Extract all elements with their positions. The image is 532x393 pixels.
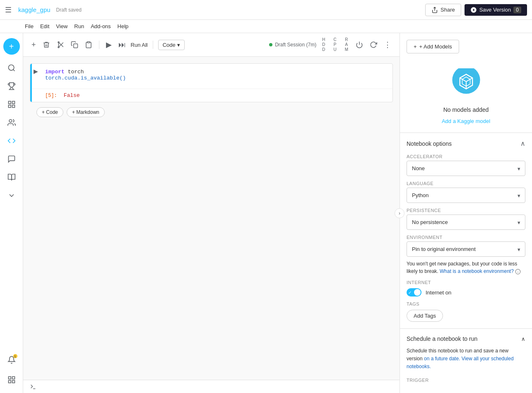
hdd-resource[interactable]: HDD	[320, 36, 327, 53]
sidebar-icon-grid[interactable]	[3, 96, 20, 113]
run-button[interactable]: ▶	[104, 39, 113, 51]
cell-code[interactable]: import torch torch.cuda.is_available()	[30, 64, 392, 89]
share-button[interactable]: Share	[425, 4, 461, 16]
add-models-button[interactable]: + + Add Models	[407, 40, 459, 53]
cpu-resource[interactable]: CPU	[331, 36, 339, 53]
power-button[interactable]	[354, 39, 365, 50]
run-all-button[interactable]: Run All	[131, 42, 148, 48]
sidebar-icon-chevron-down[interactable]	[3, 187, 20, 204]
menu-run[interactable]: Run	[74, 22, 84, 31]
main-layout: + 1	[0, 33, 532, 393]
notebook-options-header[interactable]: Notebook options ∧	[407, 140, 525, 147]
sidebar-icon-code[interactable]	[3, 133, 20, 149]
menu-view[interactable]: View	[56, 22, 67, 31]
menu-edit[interactable]: Edit	[40, 22, 49, 31]
language-select[interactable]: Python	[407, 188, 525, 203]
models-empty-icon	[450, 68, 483, 101]
save-icon	[470, 7, 477, 13]
trigger-label: TRIGGER	[407, 378, 525, 383]
run-next-button[interactable]: ⏭	[117, 39, 128, 51]
toggle-checkmark: ✓	[408, 290, 412, 295]
schedule-title: Schedule a notebook to run	[407, 335, 477, 342]
draft-status: Draft saved	[56, 7, 82, 13]
code-cell[interactable]: ▶ import torch torch.cuda.is_available()…	[30, 63, 393, 102]
sidebar-icon-search[interactable]	[3, 60, 20, 76]
notebook-options-chevron-icon[interactable]: ∧	[520, 140, 525, 147]
menu-help[interactable]: Help	[118, 22, 129, 31]
more-options-button[interactable]: ⋮	[382, 39, 393, 51]
dropdown-chevron-icon: ▾	[177, 42, 180, 48]
right-panel: + + Add Models	[400, 33, 532, 393]
refresh-button[interactable]	[368, 39, 379, 50]
share-label: Share	[441, 7, 455, 13]
environment-field: ENVIRONMENT Pin to original environment …	[407, 235, 525, 275]
language-label: LANGUAGE	[407, 181, 525, 186]
svg-point-0	[8, 65, 14, 70]
add-cell-button[interactable]: +	[30, 39, 38, 51]
svg-rect-2	[8, 101, 11, 104]
models-empty-state: No models added Add a Kaggle model	[400, 60, 532, 133]
svg-point-19	[452, 68, 480, 94]
internet-toggle-row: ✓ Internet on	[407, 288, 525, 297]
svg-rect-5	[12, 105, 14, 108]
internet-label: INTERNET	[407, 280, 525, 285]
terminal-icon	[30, 383, 36, 390]
add-tags-button[interactable]: Add Tags	[407, 310, 443, 322]
left-sidebar: + 1	[0, 33, 23, 393]
hamburger-icon[interactable]: ☰	[5, 5, 12, 14]
environment-select[interactable]: Pin to original environment	[407, 241, 525, 257]
schedule-header[interactable]: Schedule a notebook to run ∧	[407, 335, 525, 342]
accelerator-select[interactable]: None	[407, 161, 525, 176]
models-empty-title: No models added	[443, 106, 489, 113]
svg-rect-9	[8, 381, 11, 383]
code-fn: torch.cuda.is_available()	[45, 75, 126, 81]
notebook-content: ▶ import torch torch.cuda.is_available()…	[23, 57, 400, 380]
keyword-import: import	[45, 69, 65, 75]
env-note-link[interactable]: What is a notebook environment?	[440, 268, 514, 274]
internet-section: INTERNET ✓ Internet on	[407, 280, 525, 297]
add-code-cell-button[interactable]: + Code	[36, 107, 63, 117]
menu-addons[interactable]: Add-ons	[91, 22, 111, 31]
cell-run-icon[interactable]: ▶	[34, 68, 38, 75]
sidebar-icon-book[interactable]	[3, 169, 20, 186]
panel-collapse-button[interactable]: ›	[395, 208, 404, 218]
save-version-badge: 0	[513, 7, 521, 13]
sidebar-icon-trophy[interactable]	[3, 78, 20, 94]
cut-button[interactable]	[55, 39, 66, 50]
cell-container: ▶ import torch torch.cuda.is_available()…	[30, 63, 393, 117]
add-kaggle-model-link[interactable]: Add a Kaggle model	[442, 118, 490, 124]
schedule-chevron-icon[interactable]: ∧	[521, 336, 525, 342]
svg-rect-17	[87, 42, 90, 43]
cell-type-dropdown[interactable]: Code ▾	[158, 40, 185, 50]
persistence-select[interactable]: No persistence	[407, 215, 525, 230]
save-version-button[interactable]: Save Version 0	[465, 4, 527, 16]
notification-badge-count: 1	[13, 354, 17, 358]
accelerator-select-wrapper: None	[407, 161, 525, 176]
sidebar-icon-users[interactable]	[3, 114, 20, 131]
language-select-wrapper: Python	[407, 188, 525, 203]
add-icon: +	[414, 43, 417, 50]
sidebar-icon-notification[interactable]: 1	[3, 352, 20, 368]
add-models-label: + Add Models	[419, 43, 452, 50]
terminal-button[interactable]	[30, 383, 36, 390]
accelerator-field: ACCELERATOR None	[407, 154, 525, 176]
internet-toggle[interactable]: ✓	[407, 288, 421, 297]
add-markdown-cell-button[interactable]: + Markdown	[67, 107, 105, 117]
sidebar-icon-comment[interactable]	[3, 151, 20, 167]
copy-button[interactable]	[69, 39, 80, 50]
bottom-bar	[23, 380, 400, 393]
tags-section: TAGS Add Tags	[407, 301, 525, 322]
schedule-future-date-link[interactable]: on a future date.	[424, 356, 460, 362]
session-dot	[269, 43, 272, 46]
delete-cell-button[interactable]	[41, 39, 52, 50]
svg-point-6	[9, 120, 12, 123]
add-button[interactable]: +	[3, 38, 20, 55]
info-icon	[515, 269, 521, 275]
menu-file[interactable]: File	[25, 22, 34, 31]
environment-label: ENVIRONMENT	[407, 235, 525, 240]
sidebar-icon-settings[interactable]	[3, 371, 20, 388]
paste-button[interactable]	[83, 39, 94, 50]
ram-resource[interactable]: RAM	[342, 36, 351, 53]
svg-rect-4	[8, 105, 11, 108]
notebook-options-section: Notebook options ∧ ACCELERATOR None LANG…	[400, 133, 532, 328]
